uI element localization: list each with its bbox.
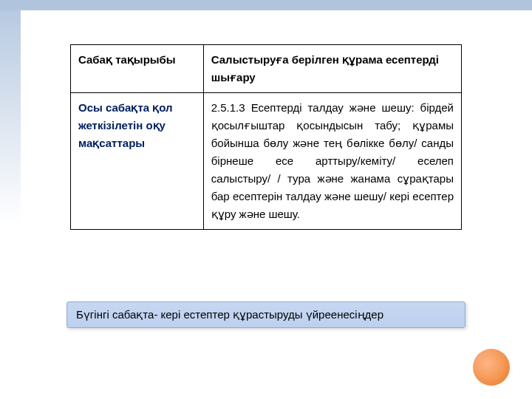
table-row: Осы сабақта қол жеткізілетін оқу мақсатт… xyxy=(71,93,462,230)
row-1-label: Сабақ тақырыбы xyxy=(71,45,204,93)
row-1-value: Салыстыруға берілген құрама есептерді шы… xyxy=(203,45,461,93)
lesson-table: Сабақ тақырыбы Салыстыруға берілген құра… xyxy=(70,44,462,230)
row-2-label: Осы сабақта қол жеткізілетін оқу мақсатт… xyxy=(71,93,204,230)
row-2-value: 2.5.1.3 Есептерді талдау және шешу: бірд… xyxy=(203,93,461,230)
lesson-callout: Бүгінгі сабақта- кері естептер құрастыру… xyxy=(66,301,466,328)
decorative-circle-icon xyxy=(473,349,510,386)
table-row: Сабақ тақырыбы Салыстыруға берілген құра… xyxy=(71,45,462,93)
slide: Сабақ тақырыбы Салыстыруға берілген құра… xyxy=(0,0,532,399)
left-accent-bar xyxy=(0,10,21,399)
circle-inner xyxy=(478,354,505,381)
callout-text: Бүгінгі сабақта- кері естептер құрастыру… xyxy=(76,308,383,321)
top-accent-bar xyxy=(0,0,532,10)
